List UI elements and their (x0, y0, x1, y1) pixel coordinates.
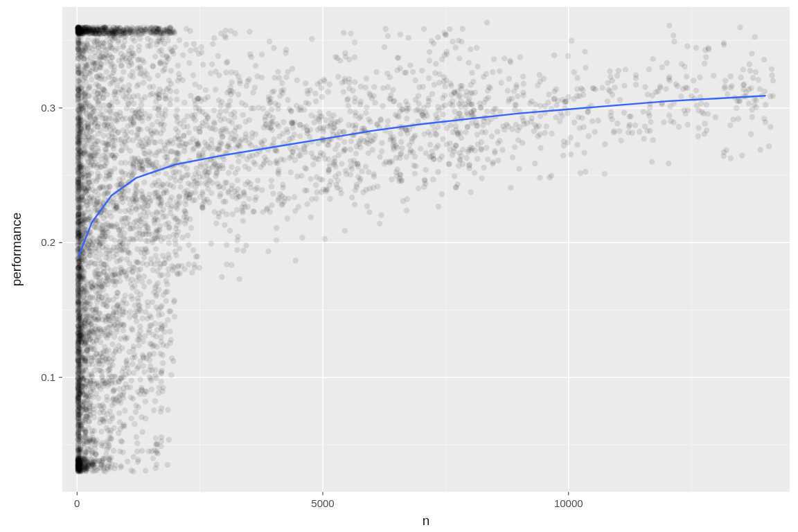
svg-point-4244 (383, 159, 389, 165)
svg-point-4214 (458, 83, 463, 89)
svg-point-4259 (147, 313, 152, 319)
svg-point-4707 (112, 154, 117, 160)
svg-point-3879 (342, 146, 347, 152)
svg-point-4855 (233, 170, 238, 176)
svg-point-2948 (131, 238, 136, 243)
svg-point-4111 (303, 166, 309, 172)
svg-point-3195 (105, 397, 110, 402)
svg-point-4873 (136, 82, 141, 87)
svg-point-3821 (147, 191, 152, 197)
svg-point-4763 (750, 114, 755, 120)
svg-point-3211 (659, 64, 665, 70)
svg-point-4958 (379, 149, 384, 154)
svg-point-2281 (359, 168, 364, 174)
svg-point-4683 (136, 227, 142, 233)
svg-point-2950 (721, 42, 727, 47)
svg-point-3159 (327, 82, 332, 87)
svg-point-210 (452, 44, 458, 50)
svg-point-4081 (86, 301, 91, 306)
svg-point-4177 (628, 114, 633, 119)
svg-point-5004 (332, 159, 337, 164)
svg-point-3401 (134, 289, 139, 294)
svg-point-4004 (227, 118, 232, 123)
svg-point-3518 (449, 83, 454, 89)
svg-point-4785 (267, 160, 273, 166)
svg-point-3861 (110, 200, 116, 205)
svg-point-4258 (114, 294, 119, 299)
svg-point-2155 (251, 209, 256, 214)
svg-point-3487 (429, 91, 435, 97)
svg-point-4878 (112, 127, 118, 133)
svg-point-312 (223, 108, 229, 114)
svg-point-3202 (542, 130, 548, 136)
svg-point-2328 (641, 136, 646, 141)
svg-point-4817 (82, 459, 88, 465)
svg-point-4823 (150, 182, 155, 188)
svg-point-2894 (313, 98, 319, 104)
svg-point-4350 (364, 105, 369, 110)
svg-point-597 (696, 125, 702, 131)
svg-point-4726 (91, 121, 97, 127)
x-tick-label: 10000 (554, 497, 583, 509)
svg-point-3111 (435, 124, 441, 130)
svg-point-813 (489, 134, 495, 139)
svg-point-2359 (435, 169, 441, 175)
svg-point-4642 (116, 387, 122, 392)
svg-point-4747 (87, 287, 92, 292)
svg-point-3256 (123, 160, 128, 166)
svg-point-2744 (88, 209, 94, 215)
svg-point-4272 (484, 19, 490, 25)
svg-point-4907 (111, 25, 116, 30)
svg-point-3882 (463, 155, 469, 161)
svg-point-4852 (179, 175, 184, 181)
svg-point-2900 (126, 82, 132, 88)
svg-point-3664 (111, 448, 116, 454)
svg-point-21 (259, 51, 265, 57)
svg-point-3623 (143, 151, 148, 157)
svg-point-3207 (747, 62, 752, 67)
svg-point-4074 (116, 343, 121, 348)
svg-point-2195 (153, 436, 159, 441)
svg-point-1417 (209, 62, 215, 67)
svg-point-4169 (121, 69, 126, 75)
svg-point-3476 (148, 38, 154, 44)
svg-point-422 (176, 71, 181, 77)
svg-point-4234 (608, 89, 613, 94)
svg-point-1659 (703, 54, 709, 60)
svg-point-3084 (454, 181, 460, 187)
svg-point-4881 (673, 82, 679, 87)
svg-point-208 (236, 276, 242, 282)
svg-point-62 (281, 119, 286, 125)
svg-point-4157 (678, 94, 684, 99)
svg-point-5003 (137, 28, 143, 33)
svg-point-3330 (499, 147, 505, 152)
y-tick-label: 0.2 (41, 236, 55, 248)
svg-point-3733 (181, 124, 186, 130)
svg-point-4596 (357, 176, 363, 181)
svg-point-3508 (145, 43, 151, 48)
svg-point-325 (641, 109, 646, 114)
svg-point-4634 (84, 129, 89, 134)
svg-point-3998 (216, 73, 222, 78)
svg-point-3007 (466, 60, 471, 65)
svg-point-4509 (130, 69, 135, 75)
svg-point-3223 (352, 39, 357, 45)
svg-point-691 (727, 123, 733, 128)
svg-point-4883 (440, 95, 445, 100)
svg-point-4583 (240, 153, 245, 159)
svg-point-2373 (560, 152, 566, 158)
svg-point-2968 (202, 139, 208, 145)
svg-point-3030 (427, 57, 432, 63)
svg-point-2159 (114, 118, 119, 124)
svg-point-4843 (91, 458, 96, 463)
svg-point-4415 (275, 106, 281, 112)
svg-point-4057 (252, 197, 258, 202)
svg-point-714 (352, 55, 357, 60)
svg-point-3806 (156, 228, 161, 233)
svg-point-4808 (130, 355, 135, 361)
svg-point-3966 (698, 100, 704, 106)
svg-point-3845 (124, 105, 130, 111)
svg-point-3654 (112, 349, 118, 355)
svg-point-4864 (194, 166, 200, 171)
svg-point-4431 (98, 127, 103, 133)
